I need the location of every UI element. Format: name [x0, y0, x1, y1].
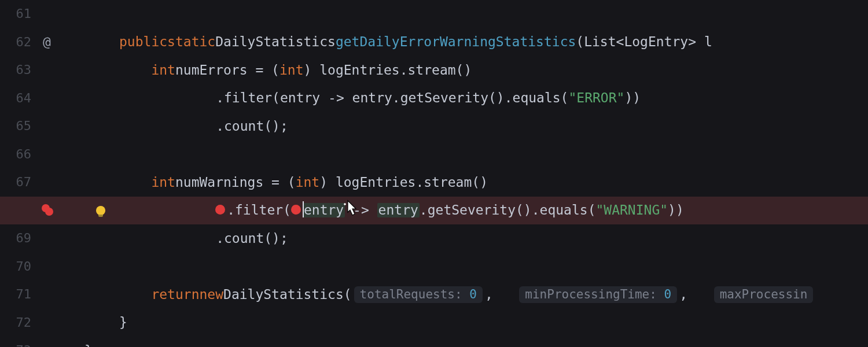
- cast-close: ): [304, 63, 320, 77]
- code-line[interactable]: 67 int numWarnings = (int) logEntries.st…: [0, 168, 868, 197]
- lambda-entry2: entry: [377, 203, 420, 217]
- code-editor[interactable]: 61 62 @ public static DailyStatistics ge…: [0, 0, 868, 347]
- code-content[interactable]: public static DailyStatistics getDailyEr…: [119, 35, 868, 49]
- breakpoint-dot-icon: [45, 208, 53, 216]
- code-line[interactable]: 71 return new DailyStatistics(totalReque…: [0, 280, 868, 309]
- code-content[interactable]: .count();: [119, 231, 868, 246]
- close-parens: )): [668, 203, 684, 217]
- line-number: 69: [0, 231, 38, 245]
- gutter-marker-col[interactable]: @: [38, 35, 56, 49]
- text-caret: [303, 201, 304, 217]
- inlay-hint: maxProcessin: [714, 286, 814, 303]
- indent: [119, 175, 151, 190]
- code-line[interactable]: 64 .filter(entry -> entry.getSeverity().…: [0, 84, 868, 113]
- breakpoint-group-icon[interactable]: [41, 204, 53, 217]
- indent: [151, 203, 215, 217]
- code-line[interactable]: 69 .count();: [0, 224, 868, 253]
- space: [687, 287, 712, 302]
- keyword-return: return: [151, 287, 199, 302]
- cast-int: int: [296, 175, 320, 190]
- stream-call: logEntries.stream(): [336, 175, 488, 190]
- code-line[interactable]: 62 @ public static DailyStatistics getDa…: [0, 28, 868, 57]
- code-line[interactable]: 63 int numErrors = (int) logEntries.stre…: [0, 56, 868, 84]
- line-number: 61: [0, 7, 38, 21]
- code-line-current[interactable]: .filter(entry -> entry.getSeverity().equ…: [0, 197, 868, 225]
- line-number: 66: [0, 147, 38, 161]
- assign: = (: [263, 175, 295, 190]
- inline-breakpoint-icon[interactable]: [291, 205, 301, 215]
- line-number: 67: [0, 175, 38, 189]
- filter-open: .filter(: [216, 91, 280, 105]
- indent: [152, 91, 216, 105]
- code-line[interactable]: 65 .count();: [0, 112, 868, 141]
- brace-close: }: [84, 344, 93, 347]
- line-number: 70: [0, 260, 38, 274]
- return-type: DailyStatistics: [215, 35, 336, 49]
- code-content[interactable]: }: [119, 315, 868, 330]
- code-content[interactable]: .filter(entry -> entry.getSeverity().equ…: [119, 91, 868, 105]
- lambda-param: entry: [303, 203, 345, 217]
- line-number: 64: [0, 91, 38, 105]
- code-line[interactable]: 66: [0, 141, 868, 169]
- params-open: (List<LogEntry>: [576, 35, 704, 49]
- gutter-marker-col[interactable]: [38, 204, 56, 217]
- params-trunc: l: [704, 35, 712, 49]
- line-number: 62: [0, 35, 38, 49]
- code-line[interactable]: 72 }: [0, 309, 868, 337]
- lambda-rest: .getSeverity().equals(: [420, 203, 596, 217]
- hint-col[interactable]: [56, 206, 119, 215]
- inlay-hint: totalRequests: 0: [354, 286, 483, 303]
- indent: [119, 63, 151, 77]
- count-call: .count();: [216, 231, 288, 246]
- assign: = (: [248, 63, 279, 77]
- count-call: .count();: [216, 119, 288, 134]
- method-name: getDailyErrorWarningStatistics: [336, 35, 576, 49]
- cast-close: ): [319, 175, 336, 190]
- ctor-name: DailyStatistics(: [223, 287, 352, 302]
- keyword-int: int: [151, 175, 175, 190]
- code-content[interactable]: int numWarnings = (int) logEntries.strea…: [119, 175, 868, 190]
- indent: [119, 287, 151, 302]
- code-content[interactable]: return new DailyStatistics(totalRequests…: [119, 286, 868, 303]
- var-numWarnings: numWarnings: [175, 175, 263, 190]
- indent: [152, 119, 216, 134]
- indent: [119, 119, 151, 134]
- annotation-icon: @: [43, 35, 51, 49]
- arrow: ->: [345, 203, 377, 217]
- comma: ,: [679, 287, 687, 302]
- stream-call: logEntries.stream(): [319, 63, 472, 77]
- lightbulb-icon[interactable]: [96, 206, 105, 215]
- inline-breakpoint-icon[interactable]: [215, 205, 225, 215]
- code-content[interactable]: .filter(entry -> entry.getSeverity().equ…: [119, 202, 868, 219]
- line-number: 71: [0, 287, 38, 301]
- line-number: 63: [0, 63, 38, 77]
- lambda-body: entry.getSeverity().equals(: [352, 91, 569, 105]
- space: [493, 287, 517, 302]
- string-error: "ERROR": [568, 91, 624, 105]
- code-content[interactable]: int numErrors = (int) logEntries.stream(…: [119, 63, 868, 77]
- indent: [119, 91, 151, 105]
- code-content[interactable]: }: [119, 344, 868, 347]
- code-content[interactable]: .count();: [119, 119, 868, 134]
- keyword-static: static: [167, 35, 215, 49]
- keyword-int: int: [151, 63, 175, 77]
- close-parens: )): [624, 91, 641, 105]
- code-line[interactable]: 61: [0, 0, 868, 28]
- comma: ,: [485, 287, 493, 302]
- keyword-new: new: [199, 287, 223, 302]
- filter-open: .filter(: [227, 203, 291, 217]
- line-number: 72: [0, 316, 38, 330]
- keyword-public: public: [119, 35, 167, 49]
- string-warning: "WARNING": [595, 203, 668, 217]
- lambda-param: entry: [280, 91, 320, 105]
- code-line[interactable]: 73 }: [0, 337, 868, 347]
- line-number: 65: [0, 119, 38, 133]
- code-line[interactable]: 70: [0, 253, 868, 281]
- indent: [152, 231, 216, 246]
- var-numErrors: numErrors: [175, 63, 248, 77]
- cast-int: int: [279, 63, 304, 77]
- arrow: ->: [320, 91, 352, 105]
- brace-close: }: [119, 315, 127, 330]
- indent: [119, 203, 151, 217]
- line-number: 73: [0, 344, 38, 347]
